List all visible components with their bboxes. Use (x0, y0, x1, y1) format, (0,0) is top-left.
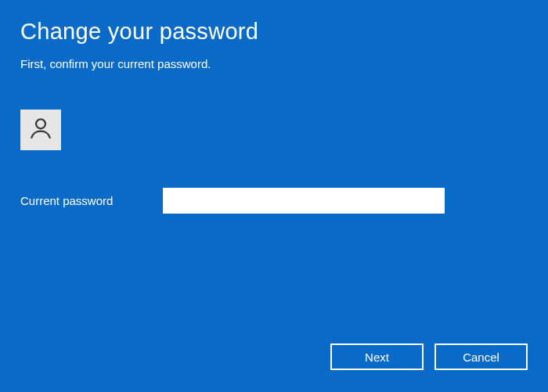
cancel-button[interactable]: Cancel (434, 343, 528, 370)
current-password-label: Current password (20, 194, 163, 207)
current-password-row: Current password (20, 188, 528, 214)
page-subtitle: First, confirm your current password. (20, 57, 528, 70)
next-button[interactable]: Next (330, 343, 424, 370)
page-title: Change your password (20, 19, 528, 45)
current-password-input[interactable] (163, 188, 445, 214)
button-row: Next Cancel (330, 343, 528, 370)
user-icon (27, 115, 54, 145)
user-avatar (20, 110, 61, 150)
svg-point-0 (36, 119, 45, 128)
